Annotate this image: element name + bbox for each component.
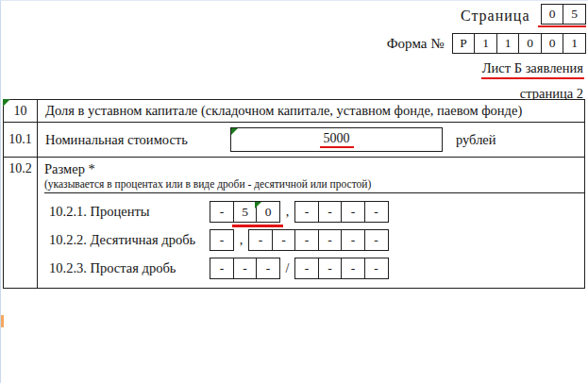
form-number-box[interactable]: 0 xyxy=(518,33,542,54)
fraction-box[interactable]: - xyxy=(256,258,280,279)
row-number: 10.2 xyxy=(4,158,38,288)
percent-box[interactable]: - xyxy=(294,201,319,223)
table-row-10-1: 10.1 Номинальная стоимость 5000 рублей xyxy=(4,123,584,158)
decimal-box[interactable]: - xyxy=(272,229,296,251)
nominal-value-cell: Номинальная стоимость 5000 рублей xyxy=(38,123,584,157)
percent-box[interactable]: - xyxy=(341,201,365,223)
nominal-value: 5000 xyxy=(320,131,354,148)
percent-box[interactable]: - xyxy=(318,201,343,223)
size-header: Размер * (указывается в процентах или в … xyxy=(44,161,584,192)
decimal-box[interactable]: - xyxy=(210,229,234,251)
denominator-boxes: - - - - xyxy=(294,258,389,279)
form-number-box[interactable]: 1 xyxy=(474,33,497,54)
percent-row: 10.2.1. Проценты - 5 0 , - - - xyxy=(49,201,584,223)
size-subrows: 10.2.1. Проценты - 5 0 , - - - xyxy=(44,192,584,288)
size-note: (указывается в процентах или в виде дроб… xyxy=(44,178,579,190)
share-capital-title: Доля в уставном капитале (складочном кап… xyxy=(38,100,584,122)
fraction-box[interactable]: - xyxy=(341,258,365,279)
size-cell: Размер * (указывается в процентах или в … xyxy=(38,158,584,288)
percent-box[interactable]: - xyxy=(364,201,389,223)
percent-integer-boxes: - 5 0 xyxy=(210,201,280,223)
fraction-box[interactable]: - xyxy=(294,258,319,279)
fraction-box[interactable]: - xyxy=(210,258,234,279)
form-page: Страница 0 5 Форма № Р 1 1 0 0 1 Лист Б … xyxy=(0,0,588,383)
currency-unit-label: рублей xyxy=(456,132,496,148)
nominal-value-label: Номинальная стоимость xyxy=(45,132,230,148)
green-corner-marker-icon xyxy=(255,202,261,208)
fraction-slash: / xyxy=(280,261,294,276)
table-row-10-2: 10.2 Размер * (указывается в процентах и… xyxy=(4,158,584,288)
percent-box[interactable]: 5 xyxy=(233,201,258,223)
table-row-10: 10 Доля в уставном капитале (складочном … xyxy=(4,100,584,123)
decimal-separator: , xyxy=(280,205,294,220)
page-number-label: Страница xyxy=(461,8,530,25)
form-number-box[interactable]: 1 xyxy=(496,33,520,54)
decimal-box[interactable]: - xyxy=(294,229,319,251)
form-header: Страница 0 5 Форма № Р 1 1 0 0 1 Лист Б … xyxy=(1,1,588,105)
share-capital-table: 10 Доля в уставном капитале (складочном … xyxy=(3,99,585,289)
row-number: 10.1 xyxy=(4,123,38,157)
decimal-fraction-boxes: - - - - - - xyxy=(248,229,389,251)
percent-fraction-boxes: - - - - xyxy=(294,201,389,223)
page-number-row: Страница 0 5 xyxy=(1,4,586,27)
green-corner-marker-icon xyxy=(3,99,10,107)
decimal-fraction-row: 10.2.2. Десятичная дробь - , - - - - - - xyxy=(49,229,584,251)
simple-fraction-label: 10.2.3. Простая дробь xyxy=(49,260,210,276)
size-label: Размер * xyxy=(44,161,579,177)
fraction-box[interactable]: - xyxy=(233,258,258,279)
decimal-box[interactable]: - xyxy=(318,229,343,251)
sheet-title: Лист Б заявления xyxy=(481,60,584,79)
percent-label: 10.2.1. Проценты xyxy=(49,204,210,220)
form-number-box[interactable]: 1 xyxy=(563,33,586,54)
sheet-title-line: Лист Б заявления xyxy=(1,59,586,79)
decimal-fraction-label: 10.2.2. Десятичная дробь xyxy=(49,232,210,248)
red-underline xyxy=(232,225,283,227)
decimal-box[interactable]: - xyxy=(364,229,389,251)
simple-fraction-row: 10.2.3. Простая дробь - - - / - - - - xyxy=(49,258,584,279)
form-number-box[interactable]: 0 xyxy=(541,33,564,54)
page-number-box[interactable]: 0 xyxy=(541,4,564,25)
page-number-box[interactable]: 5 xyxy=(563,4,586,25)
fraction-box[interactable]: - xyxy=(318,258,343,279)
decimal-box[interactable]: - xyxy=(341,229,365,251)
form-number-row: Форма № Р 1 1 0 0 1 xyxy=(1,33,586,54)
left-edge-marker xyxy=(1,315,4,327)
form-number-box[interactable]: Р xyxy=(452,33,476,54)
green-corner-marker-icon xyxy=(231,128,238,135)
form-number-boxes: Р 1 1 0 0 1 xyxy=(452,33,587,54)
form-number-label: Форма № xyxy=(387,36,445,52)
nominal-value-input[interactable]: 5000 xyxy=(230,127,443,152)
decimal-integer-boxes: - xyxy=(210,229,234,251)
decimal-separator: , xyxy=(234,233,248,248)
percent-box[interactable]: - xyxy=(210,201,234,223)
fraction-box[interactable]: - xyxy=(364,258,389,279)
page-number-boxes: 0 5 xyxy=(538,4,587,27)
decimal-box[interactable]: - xyxy=(248,229,273,251)
numerator-boxes: - - - xyxy=(210,258,280,279)
